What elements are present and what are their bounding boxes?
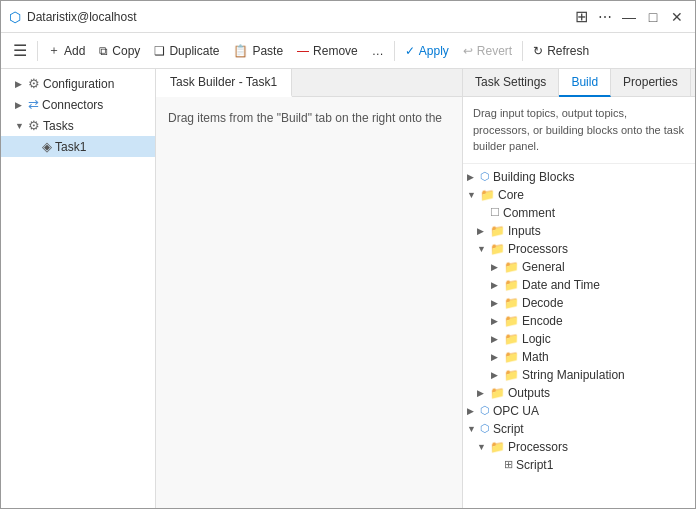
string-manipulation-icon: 📁 xyxy=(504,368,519,382)
chevron-icon: ▼ xyxy=(15,121,25,131)
build-item-outputs[interactable]: ▶ 📁 Outputs xyxy=(463,384,695,402)
sidebar-item-configuration[interactable]: ▶ ⚙ Configuration xyxy=(1,73,155,94)
refresh-button[interactable]: ↻ Refresh xyxy=(527,37,595,65)
duplicate-icon: ❑ xyxy=(154,44,165,58)
revert-button[interactable]: ↩ Revert xyxy=(457,37,518,65)
opc-ua-icon: ⬡ xyxy=(480,404,490,417)
title-bar: ⬡ Dataristix@localhost ⊞ ⋯ — □ ✕ xyxy=(1,1,695,33)
build-tree: ▶ ⬡ Building Blocks ▼ 📁 Core ☐ Comment ▶… xyxy=(463,164,695,509)
build-item-general[interactable]: ▶ 📁 General xyxy=(463,258,695,276)
build-item-decode[interactable]: ▶ 📁 Decode xyxy=(463,294,695,312)
building-blocks-icon: ⬡ xyxy=(480,170,490,183)
title-bar-left: ⬡ Dataristix@localhost xyxy=(9,9,137,25)
sidebar-item-label: Tasks xyxy=(43,119,74,133)
copy-icon: ⧉ xyxy=(99,44,108,58)
add-button[interactable]: ＋ Add xyxy=(42,37,91,65)
more-options-icon: … xyxy=(372,44,384,58)
center-tab-bar: Task Builder - Task1 xyxy=(156,69,462,97)
tab-build[interactable]: Build xyxy=(559,69,611,97)
window-menu-icon[interactable]: ⊞ xyxy=(571,7,591,27)
build-item-core[interactable]: ▼ 📁 Core xyxy=(463,186,695,204)
title-bar-controls: ⊞ ⋯ — □ ✕ xyxy=(571,7,687,27)
build-item-date-and-time[interactable]: ▶ 📁 Date and Time xyxy=(463,276,695,294)
date-time-icon: 📁 xyxy=(504,278,519,292)
tab-task-settings[interactable]: Task Settings xyxy=(463,69,559,96)
chevron-icon: ▶ xyxy=(491,298,501,308)
right-tab-bar: Task Settings Build Properties xyxy=(463,69,695,97)
task-builder-tab[interactable]: Task Builder - Task1 xyxy=(156,69,292,97)
task1-icon: ◈ xyxy=(42,139,52,154)
copy-button[interactable]: ⧉ Copy xyxy=(93,37,146,65)
logic-icon: 📁 xyxy=(504,332,519,346)
chevron-icon: ▼ xyxy=(477,442,487,452)
chevron-icon: ▶ xyxy=(491,334,501,344)
core-icon: 📁 xyxy=(480,188,495,202)
left-panel: ▶ ⚙ Configuration ▶ ⇄ Connectors ▼ ⚙ Tas… xyxy=(1,69,156,508)
center-panel: Task Builder - Task1 Drag items from the… xyxy=(156,69,463,508)
toolbar: ☰ ＋ Add ⧉ Copy ❑ Duplicate 📋 Paste — Rem… xyxy=(1,33,695,69)
math-icon: 📁 xyxy=(504,350,519,364)
chevron-icon: ▶ xyxy=(491,262,501,272)
sidebar-item-task1[interactable]: ◈ Task1 xyxy=(1,136,155,157)
connectors-icon: ⇄ xyxy=(28,97,39,112)
build-item-comment[interactable]: ☐ Comment xyxy=(463,204,695,222)
sidebar-item-tasks[interactable]: ▼ ⚙ Tasks xyxy=(1,115,155,136)
remove-icon: — xyxy=(297,44,309,58)
separator-1 xyxy=(37,41,38,61)
sidebar-item-label: Connectors xyxy=(42,98,103,112)
build-item-script1[interactable]: ⊞ Script1 xyxy=(463,456,695,474)
build-info: Drag input topics, output topics, proces… xyxy=(463,97,695,164)
script-icon: ⬡ xyxy=(480,422,490,435)
maximize-btn[interactable]: □ xyxy=(643,7,663,27)
processors-icon: 📁 xyxy=(490,242,505,256)
sidebar-item-label: Configuration xyxy=(43,77,114,91)
hamburger-menu[interactable]: ☰ xyxy=(7,37,33,65)
sidebar-item-connectors[interactable]: ▶ ⇄ Connectors xyxy=(1,94,155,115)
chevron-icon: ▶ xyxy=(467,406,477,416)
chevron-icon: ▶ xyxy=(15,100,25,110)
duplicate-button[interactable]: ❑ Duplicate xyxy=(148,37,225,65)
tab-properties[interactable]: Properties xyxy=(611,69,691,96)
tasks-icon: ⚙ xyxy=(28,118,40,133)
paste-button[interactable]: 📋 Paste xyxy=(227,37,289,65)
chevron-icon: ▶ xyxy=(491,370,501,380)
close-btn[interactable]: ✕ xyxy=(667,7,687,27)
build-item-encode[interactable]: ▶ 📁 Encode xyxy=(463,312,695,330)
more-icon[interactable]: ⋯ xyxy=(595,7,615,27)
chevron-icon: ▼ xyxy=(477,244,487,254)
app-title: Dataristix@localhost xyxy=(27,10,137,24)
chevron-icon: ▶ xyxy=(477,226,487,236)
build-item-script-processors[interactable]: ▼ 📁 Processors xyxy=(463,438,695,456)
right-panel: Task Settings Build Properties Drag inpu… xyxy=(463,69,695,508)
build-item-processors[interactable]: ▼ 📁 Processors xyxy=(463,240,695,258)
build-item-opc-ua[interactable]: ▶ ⬡ OPC UA xyxy=(463,402,695,420)
chevron-icon: ▼ xyxy=(467,424,477,434)
build-item-script[interactable]: ▼ ⬡ Script xyxy=(463,420,695,438)
add-icon: ＋ xyxy=(48,42,60,59)
main-content: ▶ ⚙ Configuration ▶ ⇄ Connectors ▼ ⚙ Tas… xyxy=(1,69,695,508)
chevron-icon: ▶ xyxy=(491,316,501,326)
minimize-btn[interactable]: — xyxy=(619,7,639,27)
chevron-icon: ▶ xyxy=(15,79,25,89)
script-processors-icon: 📁 xyxy=(490,440,505,454)
separator-3 xyxy=(522,41,523,61)
chevron-icon: ▼ xyxy=(467,190,477,200)
chevron-icon: ▶ xyxy=(491,280,501,290)
chevron-icon: ▶ xyxy=(477,388,487,398)
build-item-building-blocks[interactable]: ▶ ⬡ Building Blocks xyxy=(463,168,695,186)
encode-icon: 📁 xyxy=(504,314,519,328)
build-item-logic[interactable]: ▶ 📁 Logic xyxy=(463,330,695,348)
app-icon: ⬡ xyxy=(9,9,21,25)
build-item-string-manipulation[interactable]: ▶ 📁 String Manipulation xyxy=(463,366,695,384)
apply-button[interactable]: ✓ Apply xyxy=(399,37,455,65)
paste-icon: 📋 xyxy=(233,44,248,58)
build-item-inputs[interactable]: ▶ 📁 Inputs xyxy=(463,222,695,240)
remove-button[interactable]: — Remove xyxy=(291,37,364,65)
more-options-button[interactable]: … xyxy=(366,37,390,65)
refresh-icon: ↻ xyxy=(533,44,543,58)
build-item-math[interactable]: ▶ 📁 Math xyxy=(463,348,695,366)
center-body: Drag items from the "Build" tab on the r… xyxy=(156,97,462,508)
outputs-icon: 📁 xyxy=(490,386,505,400)
script1-icon: ⊞ xyxy=(504,458,513,471)
inputs-icon: 📁 xyxy=(490,224,505,238)
